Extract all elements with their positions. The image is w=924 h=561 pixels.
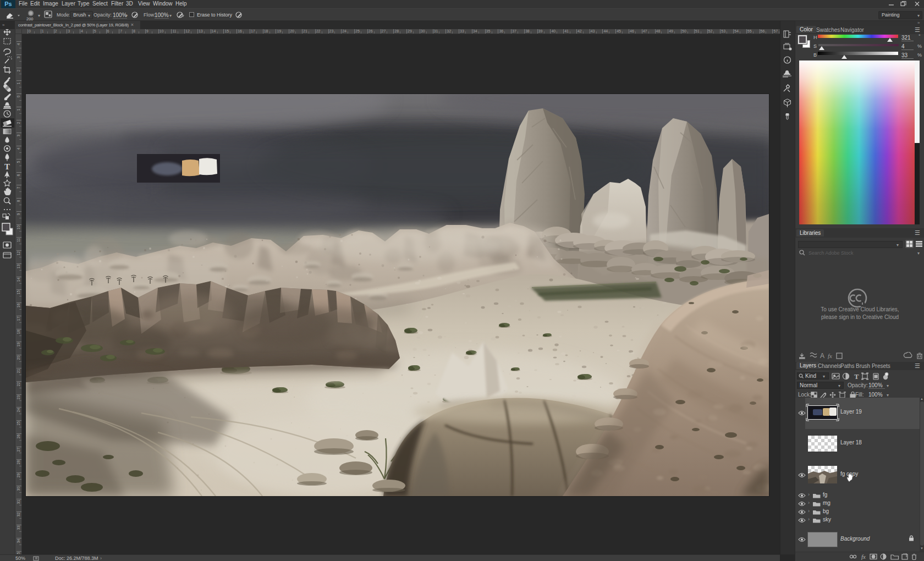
svg-text:T: T (854, 372, 859, 380)
svg-text:T: T (4, 162, 10, 171)
svg-text:fx: fx (828, 353, 832, 359)
svg-text:A: A (820, 352, 824, 360)
svg-text:fx: fx (861, 553, 866, 560)
